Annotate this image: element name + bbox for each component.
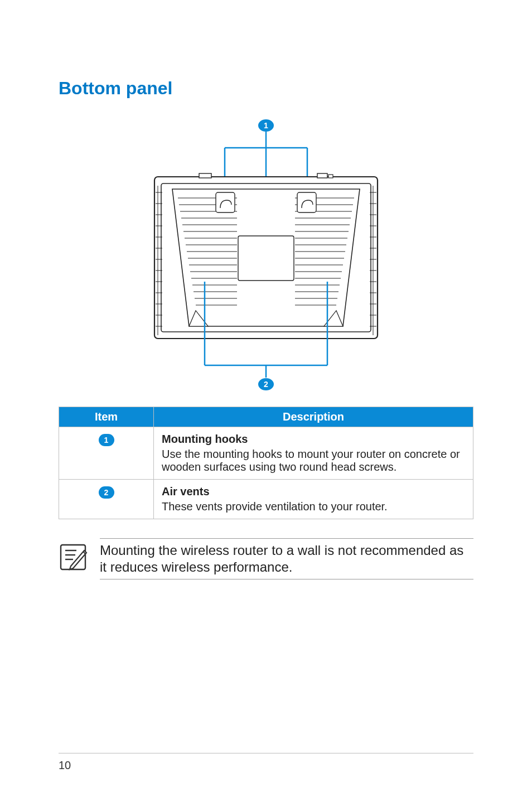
- bottom-panel-diagram: 1: [121, 114, 411, 393]
- note-icon: [59, 543, 88, 572]
- svg-rect-7: [199, 173, 211, 178]
- table-header-description: Description: [154, 407, 473, 427]
- callout-badge-2: 2: [264, 380, 268, 389]
- table-header-item: Item: [59, 407, 154, 427]
- svg-rect-47: [297, 192, 316, 212]
- svg-rect-46: [216, 192, 235, 212]
- mounting-hook-right: [297, 192, 316, 212]
- mounting-hook-left: [216, 192, 235, 212]
- callout-badge-1: 1: [264, 121, 268, 130]
- table-row: 1 Mounting hooks Use the mounting hooks …: [59, 427, 473, 480]
- note-rule-top: [100, 538, 473, 539]
- note-block: Mounting the wireless router to a wall i…: [59, 538, 473, 579]
- page-footer: 10: [59, 753, 473, 772]
- document-page: Bottom panel 1: [0, 0, 532, 802]
- note-rule-bottom: [100, 579, 473, 579]
- page-number: 10: [59, 759, 71, 771]
- diagram-container: 1: [59, 114, 473, 393]
- row-badge: 2: [99, 486, 114, 499]
- note-text: Mounting the wireless router to a wall i…: [100, 542, 473, 576]
- svg-rect-8: [317, 173, 327, 178]
- description-table: Item Description 1 Mounting hooks Use th…: [59, 407, 473, 519]
- section-title: Bottom panel: [59, 78, 473, 99]
- row-body: These vents provide ventilation to your …: [162, 500, 388, 513]
- svg-rect-9: [328, 175, 333, 178]
- row-badge: 1: [99, 434, 114, 446]
- svg-rect-45: [238, 236, 294, 281]
- table-row: 2 Air vents These vents provide ventilat…: [59, 480, 473, 519]
- row-body: Use the mounting hooks to mount your rou…: [162, 448, 460, 473]
- row-title: Mounting hooks: [162, 433, 465, 446]
- row-title: Air vents: [162, 485, 465, 498]
